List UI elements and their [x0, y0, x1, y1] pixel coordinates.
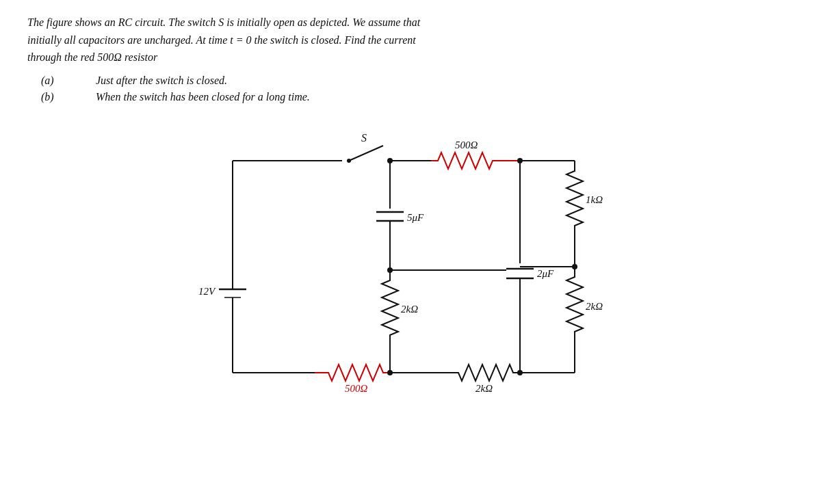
svg-point-31 [572, 264, 577, 269]
svg-point-28 [517, 370, 523, 375]
circuit-svg: S 500Ω 1kΩ 2kΩ 2kΩ 5 [178, 120, 643, 414]
part-a-desc: Just after the switch is closed. [96, 75, 227, 87]
part-a-row: (a) Just after the switch is closed. [41, 75, 794, 87]
r500-top-label: 500Ω [455, 140, 478, 150]
r2k-right-label: 2kΩ [586, 301, 603, 312]
problem-line2: initially all capacitors are uncharged. … [27, 34, 416, 46]
r1k-label: 1kΩ [586, 194, 603, 205]
c5uf-label: 5μF [407, 212, 424, 223]
parts-list: (a) Just after the switch is closed. (b)… [41, 75, 794, 103]
problem-line3: through the red 500Ω resistor [27, 51, 157, 63]
problem-line1: The figure shows an RC circuit. The swit… [27, 16, 420, 28]
voltage-label: 12V [198, 286, 216, 297]
part-a-label: (a) [41, 75, 96, 87]
svg-line-3 [349, 146, 383, 161]
r2k-bottom-label: 2kΩ [475, 383, 493, 394]
part-b-row: (b) When the switch has been closed for … [41, 91, 794, 103]
switch-label: S [361, 132, 367, 144]
part-b-label: (b) [41, 91, 96, 103]
svg-point-22 [387, 370, 393, 375]
r500-bottom-label: 500Ω [345, 383, 368, 394]
r2k-left-label: 2kΩ [401, 304, 418, 315]
part-b-desc: When the switch has been closed for a lo… [96, 91, 310, 103]
problem-text: The figure shows an RC circuit. The swit… [27, 14, 780, 66]
c2uf-label: 2μF [537, 268, 554, 279]
circuit-diagram: S 500Ω 1kΩ 2kΩ 2kΩ 5 [27, 120, 794, 414]
